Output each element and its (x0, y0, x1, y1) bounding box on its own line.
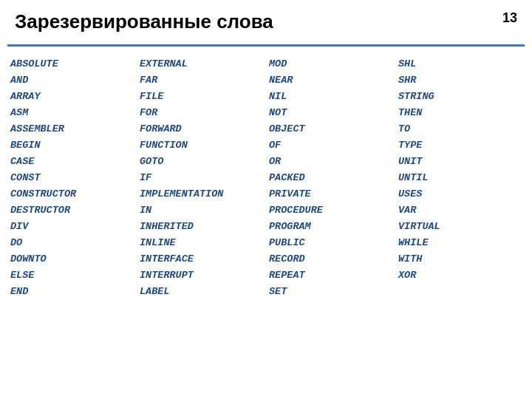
keyword-cell: NEAR (266, 72, 395, 88)
keyword-cell: FUNCTION (137, 137, 266, 153)
keyword-cell: AND (7, 72, 137, 88)
keyword-cell: PACKED (266, 169, 395, 185)
keyword-cell: ARRAY (7, 88, 137, 104)
keyword-cell: FORWARD (137, 120, 266, 137)
keyword-cell: END (7, 283, 137, 299)
keyword-cell: UNIT (395, 153, 525, 169)
keyword-cell: ABSOLUTE (7, 55, 137, 72)
keyword-cell: NIL (266, 88, 395, 104)
keyword-cell: PROCEDURE (266, 202, 395, 218)
keyword-cell: THEN (395, 104, 525, 120)
keyword-cell: MOD (266, 55, 395, 72)
keyword-cell: PUBLIC (266, 234, 395, 250)
keyword-cell: SHL (395, 55, 525, 72)
keyword-cell: FAR (137, 72, 266, 88)
keyword-cell: ASM (7, 104, 137, 120)
keyword-cell: USES (395, 185, 525, 202)
keyword-cell: ELSE (7, 267, 137, 283)
keyword-cell: EXTERNAL (137, 55, 266, 72)
keyword-cell: DESTRUCTOR (7, 202, 137, 218)
keyword-cell: INTERRUPT (137, 267, 266, 283)
keyword-cell: XOR (395, 267, 525, 283)
page-number: 13 (502, 10, 517, 26)
keyword-cell: REPEAT (266, 267, 395, 283)
keyword-cell: SHR (395, 72, 525, 88)
keyword-cell: DOWNTO (7, 250, 137, 267)
keyword-cell: DO (7, 234, 137, 250)
keyword-cell: RECORD (266, 250, 395, 267)
keyword-cell: VIRTUAL (395, 218, 525, 234)
keyword-cell: OR (266, 153, 395, 169)
keyword-cell: IMPLEMENTATION (137, 185, 266, 202)
keyword-cell: PROGRAM (266, 218, 395, 234)
keyword-cell: INLINE (137, 234, 266, 250)
keyword-cell: FILE (137, 88, 266, 104)
keyword-cell (395, 283, 525, 299)
keyword-cell: GOTO (137, 153, 266, 169)
keyword-cell: INTERFACE (137, 250, 266, 267)
keyword-cell: INHERITED (137, 218, 266, 234)
keyword-cell: ASSEMBLER (7, 120, 137, 137)
keyword-cell: CONSTRUCTOR (7, 185, 137, 202)
keyword-cell: BEGIN (7, 137, 137, 153)
keywords-table: ABSOLUTEEXTERNALMODSHLANDFARNEARSHRARRAY… (7, 55, 525, 392)
page-title: Зарезервированные слова (15, 10, 273, 33)
keyword-cell: IN (137, 202, 266, 218)
keyword-cell: NOT (266, 104, 395, 120)
keyword-cell: WITH (395, 250, 525, 267)
keyword-cell: FOR (137, 104, 266, 120)
keyword-cell: VAR (395, 202, 525, 218)
keyword-cell: OF (266, 137, 395, 153)
keyword-cell: CASE (7, 153, 137, 169)
keyword-cell: OBJECT (266, 120, 395, 137)
title-divider (7, 44, 525, 47)
keyword-cell: PRIVATE (266, 185, 395, 202)
keyword-cell: STRING (395, 88, 525, 104)
keyword-cell: TO (395, 120, 525, 137)
keyword-cell: CONST (7, 169, 137, 185)
keyword-cell: DIV (7, 218, 137, 234)
keyword-cell: WHILE (395, 234, 525, 250)
keyword-cell: LABEL (137, 283, 266, 299)
keyword-cell: IF (137, 169, 266, 185)
keyword-cell: TYPE (395, 137, 525, 153)
keyword-cell: SET (266, 283, 395, 299)
keyword-cell: UNTIL (395, 169, 525, 185)
